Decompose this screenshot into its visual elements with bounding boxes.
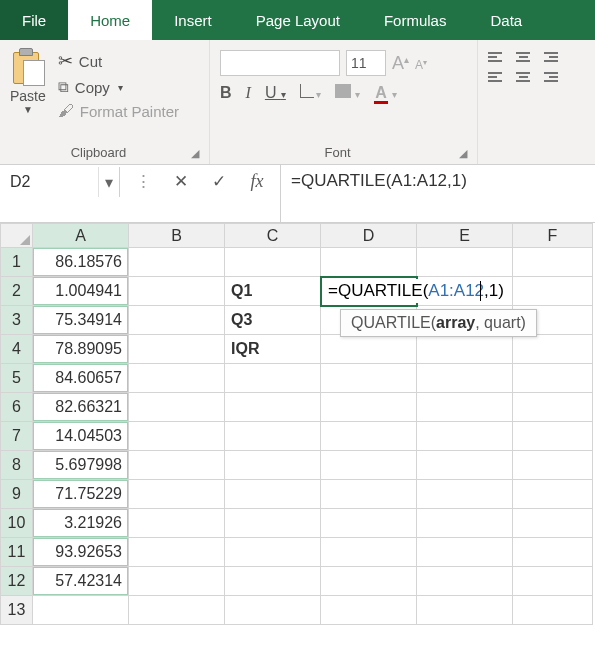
cell-C12[interactable] [225, 567, 321, 596]
dialog-launcher-icon[interactable]: ◢ [459, 147, 471, 164]
fill-color-button[interactable]: ▾ [335, 84, 360, 102]
cell-F13[interactable] [513, 596, 593, 625]
cell-C8[interactable] [225, 451, 321, 480]
tab-home[interactable]: Home [68, 0, 152, 40]
tab-file[interactable]: File [0, 0, 68, 40]
cell-B13[interactable] [129, 596, 225, 625]
cell-C10[interactable] [225, 509, 321, 538]
cell-D12[interactable] [321, 567, 417, 596]
row-header-11[interactable]: 11 [1, 538, 33, 567]
cell-E13[interactable] [417, 596, 513, 625]
cell-F1[interactable] [513, 248, 593, 277]
increase-font-icon[interactable]: A▴ [392, 53, 409, 74]
chevron-down-icon[interactable]: ▾ [98, 167, 119, 197]
cell-A7[interactable]: 14.04503 [33, 422, 129, 451]
row-header-8[interactable]: 8 [1, 451, 33, 480]
chevron-down-icon[interactable]: ▾ [118, 82, 123, 93]
cell-D8[interactable] [321, 451, 417, 480]
cell-B11[interactable] [129, 538, 225, 567]
align-right-button[interactable] [544, 72, 558, 82]
row-header-12[interactable]: 12 [1, 567, 33, 596]
cell-C7[interactable] [225, 422, 321, 451]
cell-C3[interactable]: Q3 [225, 306, 321, 335]
cell-C11[interactable] [225, 538, 321, 567]
insert-function-button[interactable]: fx [240, 169, 274, 193]
cell-F7[interactable] [513, 422, 593, 451]
col-header-F[interactable]: F [513, 224, 593, 248]
cell-A1[interactable]: 86.18576 [33, 248, 129, 277]
cell-A6[interactable]: 82.66321 [33, 393, 129, 422]
align-center-button[interactable] [516, 72, 530, 82]
cell-F10[interactable] [513, 509, 593, 538]
cell-F11[interactable] [513, 538, 593, 567]
cell-C13[interactable] [225, 596, 321, 625]
cell-F9[interactable] [513, 480, 593, 509]
font-color-button[interactable]: A ▾ [374, 84, 397, 102]
cell-F2[interactable] [513, 277, 593, 306]
formula-input[interactable]: =QUARTILE(A1:A12,1) [281, 165, 595, 222]
tab-formulas[interactable]: Formulas [362, 0, 469, 40]
cell-D13[interactable] [321, 596, 417, 625]
copy-button[interactable]: ⧉ Copy ▾ [58, 78, 179, 96]
paste-button[interactable]: Paste ▼ [6, 44, 52, 141]
col-header-D[interactable]: D [321, 224, 417, 248]
row-header-5[interactable]: 5 [1, 364, 33, 393]
align-left-button[interactable] [488, 72, 502, 82]
cancel-formula-button[interactable]: ✕ [164, 169, 198, 193]
cell-C9[interactable] [225, 480, 321, 509]
tab-data[interactable]: Data [468, 0, 544, 40]
name-box[interactable]: D2 ▾ [0, 167, 120, 197]
cell-E4[interactable] [417, 335, 513, 364]
cell-A2[interactable]: 1.004941 [33, 277, 129, 306]
cell-B8[interactable] [129, 451, 225, 480]
cell-D10[interactable] [321, 509, 417, 538]
worksheet-grid[interactable]: A B C D E F 186.18576 21.004941Q1 375.34… [0, 223, 595, 625]
cell-D11[interactable] [321, 538, 417, 567]
chevron-down-icon[interactable]: ▼ [23, 104, 33, 115]
cell-E10[interactable] [417, 509, 513, 538]
row-header-7[interactable]: 7 [1, 422, 33, 451]
cell-C4[interactable]: IQR [225, 335, 321, 364]
cell-F4[interactable] [513, 335, 593, 364]
function-tooltip[interactable]: QUARTILE(array, quart) [340, 309, 537, 337]
col-header-B[interactable]: B [129, 224, 225, 248]
cell-B7[interactable] [129, 422, 225, 451]
align-bottom-button[interactable] [544, 52, 558, 62]
cell-E12[interactable] [417, 567, 513, 596]
border-button[interactable]: ▾ [300, 84, 321, 102]
font-name-input[interactable] [220, 50, 340, 76]
tab-insert[interactable]: Insert [152, 0, 234, 40]
enter-formula-button[interactable]: ✓ [202, 169, 236, 193]
bold-button[interactable]: B [220, 84, 232, 102]
cell-B9[interactable] [129, 480, 225, 509]
cell-D4[interactable] [321, 335, 417, 364]
select-all-corner[interactable] [1, 224, 33, 248]
cell-D5[interactable] [321, 364, 417, 393]
cell-B3[interactable] [129, 306, 225, 335]
italic-button[interactable]: I [246, 84, 251, 102]
tab-page-layout[interactable]: Page Layout [234, 0, 362, 40]
cell-B12[interactable] [129, 567, 225, 596]
tooltip-arg1[interactable]: array [436, 314, 475, 331]
cell-A12[interactable]: 57.42314 [33, 567, 129, 596]
cell-F8[interactable] [513, 451, 593, 480]
cell-E7[interactable] [417, 422, 513, 451]
cell-A11[interactable]: 93.92653 [33, 538, 129, 567]
row-header-4[interactable]: 4 [1, 335, 33, 364]
row-header-9[interactable]: 9 [1, 480, 33, 509]
font-size-input[interactable] [346, 50, 386, 76]
row-header-3[interactable]: 3 [1, 306, 33, 335]
cut-button[interactable]: ✂ Cut [58, 50, 179, 72]
cell-B1[interactable] [129, 248, 225, 277]
col-header-C[interactable]: C [225, 224, 321, 248]
cell-F6[interactable] [513, 393, 593, 422]
col-header-E[interactable]: E [417, 224, 513, 248]
cell-E11[interactable] [417, 538, 513, 567]
cell-E5[interactable] [417, 364, 513, 393]
cell-C6[interactable] [225, 393, 321, 422]
cell-E9[interactable] [417, 480, 513, 509]
cell-C1[interactable] [225, 248, 321, 277]
row-header-13[interactable]: 13 [1, 596, 33, 625]
decrease-font-icon[interactable]: A▾ [415, 58, 427, 72]
cell-A3[interactable]: 75.34914 [33, 306, 129, 335]
